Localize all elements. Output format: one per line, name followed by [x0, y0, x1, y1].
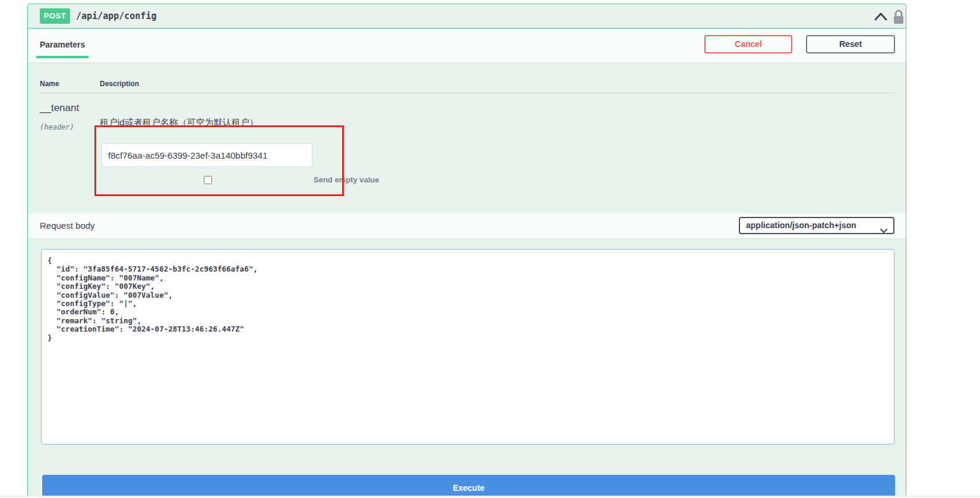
- request-body-label: Request body: [40, 213, 95, 238]
- reset-button[interactable]: Reset: [806, 35, 895, 53]
- send-empty-label: Send empty value: [314, 175, 380, 184]
- request-body-editor[interactable]: { "id": "3fa85f64-5717-4562-b3fc-2c963f6…: [41, 249, 894, 445]
- execute-button[interactable]: Execute: [42, 475, 895, 497]
- auth-lock-icon[interactable]: [892, 9, 905, 25]
- param-location: (header): [40, 123, 74, 131]
- tab-parameters[interactable]: Parameters: [36, 40, 88, 58]
- param-name: __tenant: [40, 102, 79, 114]
- table-header-divider: [40, 93, 895, 93]
- parameters-header-row: Parameters Cancel Reset: [28, 29, 906, 62]
- send-empty-checkbox[interactable]: [204, 176, 212, 184]
- opblock-post: POST /api/app/config Parameters Cancel R…: [27, 4, 906, 497]
- method-badge: POST: [40, 8, 70, 24]
- media-type-select[interactable]: application/json-patch+json: [739, 217, 894, 234]
- endpoint-path: /api/app/config: [76, 4, 156, 29]
- media-type-value: application/json-patch+json: [746, 220, 856, 230]
- column-header-name: Name: [40, 80, 59, 88]
- page: POST /api/app/config Parameters Cancel R…: [0, 0, 980, 498]
- cancel-button[interactable]: Cancel: [704, 35, 792, 53]
- chevron-down-icon: [880, 223, 888, 229]
- request-body-header-row: Request body application/json-patch+json: [28, 213, 906, 238]
- collapse-chevron-icon[interactable]: [874, 12, 888, 21]
- column-header-description: Description: [100, 80, 139, 88]
- param-description: 租户id或者租户名称（可空为默认租户）: [100, 117, 258, 128]
- tenant-value-input[interactable]: [102, 143, 312, 167]
- endpoint-summary[interactable]: POST /api/app/config: [28, 4, 906, 29]
